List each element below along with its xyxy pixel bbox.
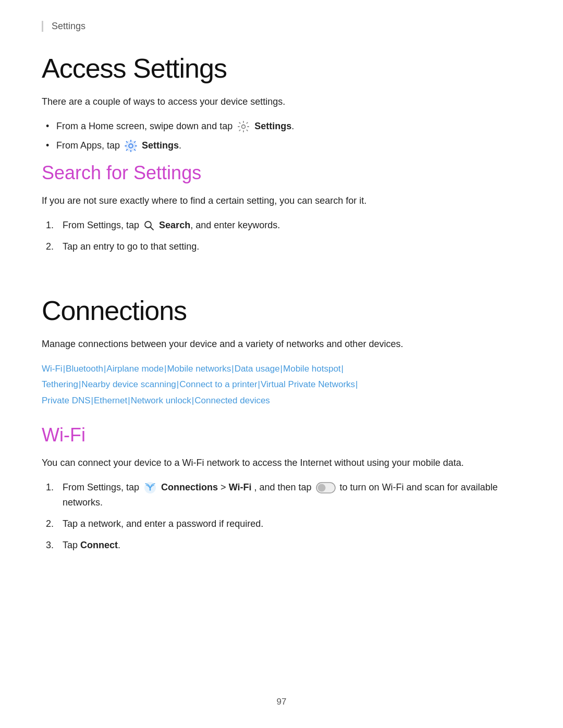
page-container: Settings Access Settings There are a cou… <box>0 0 563 728</box>
wifi-title: Wi-Fi <box>42 424 521 446</box>
wifi-step-1-wifi: Wi-Fi <box>229 482 252 492</box>
wifi-step-3-period: . <box>118 540 120 550</box>
access-settings-title: Access Settings <box>42 53 521 84</box>
toggle-icon <box>316 482 336 493</box>
settings-blue-icon <box>124 139 138 153</box>
bullet-1-bold: Settings <box>254 121 291 131</box>
bullet-1-text-before: From a Home screen, swipe down and tap <box>56 121 235 131</box>
wifi-step-1-before: From Settings, tap <box>63 482 142 492</box>
svg-point-6 <box>150 489 151 491</box>
link-wifi[interactable]: Wi-Fi <box>42 364 63 374</box>
search-step-1-bold: Search <box>159 220 190 230</box>
link-tethering[interactable]: Tethering <box>42 379 78 389</box>
link-ethernet[interactable]: Ethernet <box>94 396 127 405</box>
link-connect-to-printer[interactable]: Connect to a printer <box>179 379 257 389</box>
wifi-step-2: Tap a network, and enter a password if r… <box>42 516 521 532</box>
bullet-item-2: From Apps, tap Settings. <box>42 138 521 153</box>
bullet-item-1: From a Home screen, swipe down and tap S… <box>42 119 521 134</box>
connections-links: Wi-Fi|Bluetooth|Airplane mode|Mobile net… <box>42 361 521 409</box>
link-vpn[interactable]: Virtual Private Networks <box>261 379 355 389</box>
search-for-settings-intro: If you are not sure exactly where to fin… <box>42 193 521 208</box>
link-bluetooth[interactable]: Bluetooth <box>66 364 103 374</box>
search-steps-list: From Settings, tap Search, and enter key… <box>42 218 521 254</box>
access-settings-intro: There are a couple of ways to access you… <box>42 94 521 109</box>
svg-point-8 <box>317 484 325 492</box>
link-mobile-networks[interactable]: Mobile networks <box>167 364 231 374</box>
connections-icon <box>143 481 157 495</box>
link-connected-devices[interactable]: Connected devices <box>194 396 270 405</box>
wifi-step-1-connections: Connections <box>161 482 218 492</box>
search-step-1: From Settings, tap Search, and enter key… <box>42 218 521 233</box>
search-step-2: Tap an entry to go to that setting. <box>42 239 521 254</box>
gear-icon <box>237 120 250 133</box>
link-airplane-mode[interactable]: Airplane mode <box>106 364 164 374</box>
wifi-step-3: Tap Connect. <box>42 538 521 553</box>
bullet-2-bold: Settings <box>142 140 179 151</box>
wifi-step-3-bold: Connect <box>80 540 118 550</box>
link-data-usage[interactable]: Data usage <box>235 364 280 374</box>
wifi-intro: You can connect your device to a Wi-Fi n… <box>42 455 521 471</box>
wifi-step-1-middle: , and then tap <box>254 482 314 492</box>
link-private-dns[interactable]: Private DNS <box>42 396 91 405</box>
search-for-settings-title: Search for Settings <box>42 162 521 184</box>
search-step-1-after: , and enter keywords. <box>190 220 280 230</box>
wifi-step-1-arrow: > <box>221 482 229 492</box>
page-number: 97 <box>0 697 563 707</box>
access-settings-bullets: From a Home screen, swipe down and tap S… <box>42 119 521 153</box>
bullet-2-period: . <box>179 140 181 151</box>
search-step-2-text: Tap an entry to go to that setting. <box>63 241 199 252</box>
connections-title: Connections <box>42 295 521 326</box>
link-mobile-hotspot[interactable]: Mobile hotspot <box>283 364 341 374</box>
divider-1 <box>42 264 521 279</box>
breadcrumb: Settings <box>42 21 521 32</box>
svg-line-4 <box>151 227 154 230</box>
link-network-unlock[interactable]: Network unlock <box>131 396 191 405</box>
search-icon <box>143 220 155 231</box>
connections-intro: Manage connections between your device a… <box>42 337 521 352</box>
wifi-step-1: From Settings, tap Connections > Wi-Fi ,… <box>42 480 521 510</box>
wifi-steps-list: From Settings, tap Connections > Wi-Fi ,… <box>42 480 521 552</box>
svg-point-0 <box>242 125 246 129</box>
wifi-step-3-before: Tap <box>63 540 80 550</box>
breadcrumb-text: Settings <box>52 21 85 31</box>
link-nearby-device-scanning[interactable]: Nearby device scanning <box>81 379 176 389</box>
search-step-1-before: From Settings, tap <box>63 220 139 230</box>
wifi-step-2-text: Tap a network, and enter a password if r… <box>63 519 263 529</box>
bullet-1-period: . <box>291 121 294 131</box>
bullet-2-text-before: From Apps, tap <box>56 140 123 151</box>
